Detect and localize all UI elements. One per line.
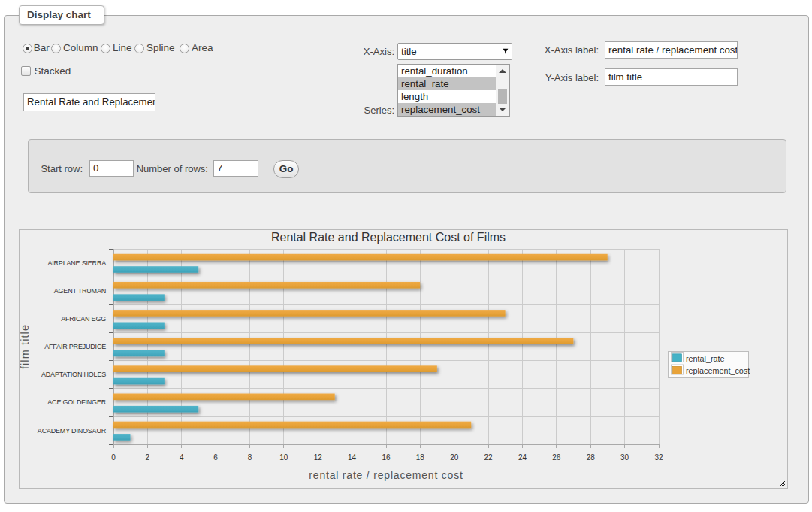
svg-text:16: 16 [382, 453, 391, 462]
svg-text:20: 20 [450, 453, 459, 462]
svg-text:film title: film title [20, 324, 31, 369]
svg-text:22: 22 [484, 453, 494, 462]
svg-text:12: 12 [314, 453, 323, 462]
svg-text:ACADEMY DINOSAUR: ACADEMY DINOSAUR [38, 427, 107, 435]
svg-text:0: 0 [111, 453, 116, 462]
svg-text:ACE GOLDFINGER: ACE GOLDFINGER [47, 398, 106, 406]
svg-text:ADAPTATION HOLES: ADAPTATION HOLES [41, 371, 106, 378]
svg-text:AFRICAN EGG: AFRICAN EGG [61, 315, 106, 323]
svg-text:Rental Rate and Replacement Co: Rental Rate and Replacement Cost of Film… [271, 231, 506, 244]
svg-text:14: 14 [348, 453, 357, 462]
svg-text:18: 18 [416, 453, 425, 462]
svg-text:AFFAIR PREJUDICE: AFFAIR PREJUDICE [44, 343, 106, 350]
svg-text:replacement_cost: replacement_cost [686, 366, 750, 375]
svg-text:4: 4 [180, 453, 184, 462]
svg-text:AGENT TRUMAN: AGENT TRUMAN [54, 287, 106, 295]
svg-text:26: 26 [552, 453, 561, 462]
svg-text:24: 24 [518, 453, 527, 462]
svg-text:AIRPLANE SIERRA: AIRPLANE SIERRA [47, 259, 106, 267]
svg-text:rental_rate: rental_rate [686, 354, 725, 363]
svg-text:2: 2 [146, 453, 150, 462]
svg-text:32: 32 [654, 453, 663, 462]
svg-text:10: 10 [279, 453, 288, 462]
svg-text:30: 30 [620, 453, 629, 462]
svg-text:6: 6 [213, 453, 218, 462]
svg-text:8: 8 [248, 453, 252, 462]
svg-text:rental rate / replacement cost: rental rate / replacement cost [309, 469, 463, 481]
svg-text:28: 28 [587, 453, 596, 462]
